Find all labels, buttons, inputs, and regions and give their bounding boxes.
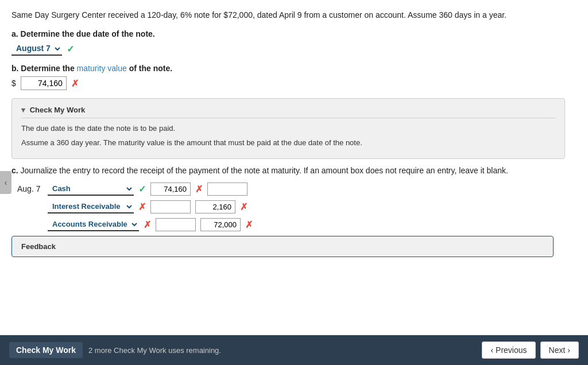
row2-debit-input[interactable] (150, 200, 191, 213)
row3-credit-input[interactable] (200, 218, 241, 231)
journal-date: Aug. 7 (17, 184, 43, 193)
row1-debit-x-icon: ✗ (195, 184, 203, 195)
nav-buttons: ‹ Previous Next › (482, 341, 579, 359)
row2-credit-x-icon: ✗ (240, 201, 247, 212)
left-panel[interactable]: ‹ (0, 171, 11, 194)
check-my-work-button[interactable]: Check My Work (9, 342, 83, 358)
feedback-box-c: Feedback (11, 236, 554, 257)
row2-x-icon: ✗ (138, 201, 146, 212)
problem-text: Same Day Surgery Center received a 120-d… (11, 9, 577, 21)
feedback-b-body: The due date is the date the note is to … (21, 123, 555, 149)
feedback-box-b: ▾ Check My Work The due date is the date… (11, 98, 565, 159)
section-c-text: c. Journalize the entry to record the re… (11, 165, 565, 177)
account-select-2[interactable]: Interest Receivable (48, 200, 134, 213)
feedback-b-title: ▾ Check My Work (21, 106, 555, 118)
bottom-left: Check My Work 2 more Check My Work uses … (9, 342, 221, 358)
account-select-3[interactable]: Accounts Receivable (48, 218, 139, 231)
section-c: c. Journalize the entry to record the re… (11, 165, 577, 257)
previous-chevron-icon: ‹ (490, 345, 493, 355)
section-b-x-icon: ✗ (71, 78, 79, 89)
journal-entry: Aug. 7 Cash ✓ ✗ Interest Receivable ✗ ✗ (17, 182, 565, 231)
maturity-value-label: maturity value (77, 64, 127, 73)
main-content: Same Day Surgery Center received a 120-d… (0, 0, 588, 335)
section-a-label: a. Determine the due date of the note. (11, 29, 565, 38)
dollar-sign: $ (11, 79, 16, 88)
feedback-b-line1: The due date is the date the note is to … (21, 123, 555, 135)
section-a: a. Determine the due date of the note. A… (11, 29, 577, 56)
remaining-text: 2 more Check My Work uses remaining. (88, 346, 221, 355)
feedback-c-title: Feedback (21, 242, 544, 251)
feedback-triangle-icon: ▾ (21, 106, 25, 114)
section-a-check-icon: ✓ (67, 44, 74, 55)
due-date-select[interactable]: August 7 August 6 August 8 (11, 42, 62, 56)
account-select-1[interactable]: Cash (48, 182, 134, 196)
row1-check-icon: ✓ (138, 184, 146, 195)
row1-debit-input[interactable] (150, 182, 191, 196)
bottom-bar: Check My Work 2 more Check My Work uses … (0, 335, 588, 365)
next-chevron-icon: › (567, 345, 570, 355)
section-b-answer-row: $ ✗ (11, 76, 565, 90)
section-b: b. Determine the maturity value of the n… (11, 64, 577, 90)
journal-row-3: Accounts Receivable ✗ ✗ (17, 218, 565, 231)
feedback-b-line2: Assume a 360 day year. The maturity valu… (21, 137, 555, 149)
journal-row-2: Interest Receivable ✗ ✗ (17, 200, 565, 213)
row3-credit-x-icon: ✗ (245, 219, 253, 230)
section-a-answer-row: August 7 August 6 August 8 ✓ (11, 42, 565, 56)
section-b-label: b. Determine the maturity value of the n… (11, 64, 565, 73)
row3-debit-input[interactable] (156, 218, 196, 231)
maturity-value-input[interactable] (21, 76, 67, 90)
previous-button[interactable]: ‹ Previous (482, 341, 535, 359)
row2-credit-input[interactable] (195, 200, 235, 213)
left-panel-arrow-icon: ‹ (5, 178, 7, 187)
row1-credit-input[interactable] (207, 182, 247, 196)
journal-row-1: Aug. 7 Cash ✓ ✗ (17, 182, 565, 196)
row3-x-icon: ✗ (144, 219, 151, 230)
next-button[interactable]: Next › (540, 341, 579, 359)
